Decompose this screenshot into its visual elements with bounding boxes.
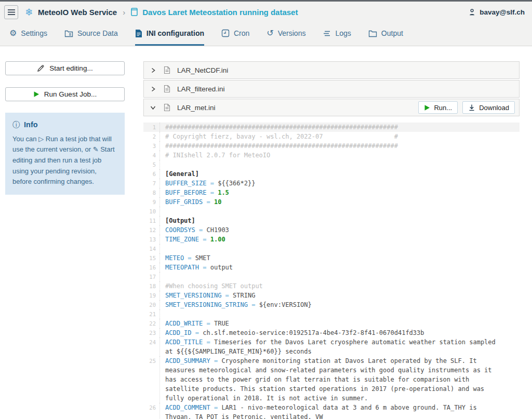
tab-ini-configuration[interactable]: INI configuration — [135, 22, 204, 46]
user-menu[interactable]: bavay@slf.ch — [469, 8, 525, 16]
gear-icon: ⚙ — [9, 29, 17, 37]
line-number: 23 — [143, 328, 160, 337]
dataset-title[interactable]: Davos Laret Meteostation running dataset — [142, 8, 298, 17]
code-line: 7BUFFER_SIZE = ${{366*2}} — [143, 179, 520, 188]
tab-versions[interactable]: ↺ Versions — [267, 22, 305, 46]
tab-output[interactable]: Output — [368, 22, 403, 46]
file-row-lar-met[interactable]: LAR_met.ini Run... Download — [143, 99, 520, 116]
code-line: 23ACDD_ID = ch.slf.meteoio-service:01925… — [143, 328, 520, 337]
code-line: 15METEO = SMET — [143, 253, 520, 263]
download-file-button[interactable]: Download — [462, 101, 515, 114]
chevron-down-icon — [149, 104, 157, 112]
tab-settings[interactable]: ⚙ Settings — [9, 22, 47, 46]
code-line: 2# Copyright fierz, bavay - wsl.ch, 2022… — [143, 132, 520, 141]
list-lines-icon — [323, 30, 331, 37]
code-line-text: BUFF_GRIDS = 10 — [165, 197, 502, 207]
code-line-text: COORDSYS = CH1903 — [165, 225, 502, 235]
line-number: 14 — [143, 244, 160, 253]
line-number: 18 — [143, 281, 160, 291]
file-row-lar-filtered[interactable]: LAR_filtered.ini — [143, 80, 520, 98]
user-email: bavay@slf.ch — [480, 8, 525, 16]
code-line-text: TIME_ZONE = 1.00 — [165, 235, 502, 244]
line-number: 16 — [143, 263, 160, 272]
file-icon — [164, 103, 170, 112]
code-line-text: ACDD_WRITE = TRUE — [165, 319, 502, 328]
code-line-text: [Output] — [165, 216, 502, 225]
folder-list-icon — [64, 30, 73, 37]
edit-inline-icon: ✎ — [93, 145, 99, 153]
tab-source-data[interactable]: Source Data — [64, 22, 118, 46]
line-number: 15 — [143, 253, 160, 263]
code-line-text — [165, 160, 502, 169]
code-line: 3#######################################… — [143, 141, 520, 151]
tab-label: Versions — [278, 29, 306, 37]
download-file-label: Download — [479, 104, 509, 112]
run-file-button[interactable]: Run... — [418, 101, 458, 114]
file-name: LAR_filtered.ini — [177, 85, 515, 93]
code-line: 20SMET_VERSIONING_STRING = ${env:VERSION… — [143, 300, 520, 309]
run-guest-job-label: Run Guest Job... — [44, 90, 97, 98]
app-title[interactable]: MeteoIO Web Service — [38, 8, 117, 17]
breadcrumb-separator: › — [123, 8, 125, 17]
file-row-lar-netcdf[interactable]: LAR_NetCDF.ini — [143, 61, 520, 79]
code-line: 21 — [143, 309, 520, 319]
start-editing-button[interactable]: Start editing... — [5, 61, 125, 75]
sidebar: Start editing... Run Guest Job... ⓘ Info… — [5, 61, 125, 419]
code-line: 24ACDD_TITLE = Timeseries for the Davos … — [143, 337, 520, 356]
download-icon — [468, 104, 475, 111]
app-header: ❄ MeteoIO Web Service › Davos Laret Mete… — [0, 2, 532, 22]
code-line-text — [165, 272, 502, 281]
code-line-text: BUFF_BEFORE = 1.5 — [165, 188, 502, 197]
run-outline-icon: ▷ — [38, 135, 44, 143]
tab-cron[interactable]: Cron — [221, 22, 249, 46]
tab-logs[interactable]: Logs — [323, 22, 351, 46]
run-guest-job-button[interactable]: Run Guest Job... — [5, 87, 125, 101]
code-line-text: SMET_VERSIONING_STRING = ${env:VERSION} — [165, 300, 502, 309]
code-line-text: [General] — [165, 169, 502, 179]
ini-files-panel: LAR_NetCDF.ini LAR_filtered.ini LAR_met.… — [143, 61, 520, 419]
pencil-icon — [37, 64, 45, 72]
file-icon — [164, 85, 170, 93]
code-line: 11[Output] — [143, 216, 520, 225]
code-line-text: SMET_VERSIONING = STRING — [165, 291, 502, 300]
code-line: 14 — [143, 244, 520, 253]
info-text: You can ▷ Run a test job that will use t… — [12, 134, 117, 187]
chevron-right-icon — [149, 85, 157, 93]
line-number: 1 — [143, 123, 160, 132]
line-number: 10 — [143, 207, 160, 216]
code-editor[interactable]: 1#######################################… — [143, 120, 520, 419]
dataset-icon — [131, 8, 138, 16]
code-line: 1#######################################… — [143, 123, 520, 132]
line-number: 5 — [143, 160, 160, 169]
code-line: 17 — [143, 272, 520, 281]
code-line: 25ACDD_SUMMARY = Cryosphere monitoring s… — [143, 356, 520, 403]
line-number: 26 — [143, 403, 160, 419]
hamburger-menu-button[interactable] — [4, 5, 18, 19]
line-number: 7 — [143, 179, 160, 188]
code-line-text: METEOPATH = output — [165, 263, 502, 272]
code-line: 9BUFF_GRIDS = 10 — [143, 197, 520, 207]
code-line: 12COORDSYS = CH1903 — [143, 225, 520, 235]
code-line-text: # Copyright fierz, bavay - wsl.ch, 2022-… — [165, 132, 502, 141]
code-line: 18#When choosing SMET output — [143, 281, 520, 291]
code-line-text: METEO = SMET — [165, 253, 502, 263]
line-number: 3 — [143, 141, 160, 151]
snowflake-logo-icon: ❄ — [25, 7, 33, 17]
code-line-text: # INIshell 2.0.7 for MeteoIO — [165, 151, 502, 160]
tab-label: Cron — [234, 29, 249, 37]
line-number: 25 — [143, 356, 160, 403]
file-name: LAR_NetCDF.ini — [177, 66, 515, 74]
code-line-text — [165, 244, 502, 253]
line-number: 9 — [143, 197, 160, 207]
folder-icon — [368, 30, 377, 37]
code-line-text: ACDD_ID = ch.slf.meteoio-service:0192517… — [165, 328, 502, 337]
line-number: 8 — [143, 188, 160, 197]
line-number: 19 — [143, 291, 160, 300]
code-line-text: ########################################… — [165, 141, 502, 151]
user-icon — [469, 8, 476, 16]
line-number: 17 — [143, 272, 160, 281]
code-line-text: ########################################… — [165, 123, 502, 132]
line-number: 6 — [143, 169, 160, 179]
code-line-text — [165, 309, 502, 319]
line-number: 13 — [143, 235, 160, 244]
